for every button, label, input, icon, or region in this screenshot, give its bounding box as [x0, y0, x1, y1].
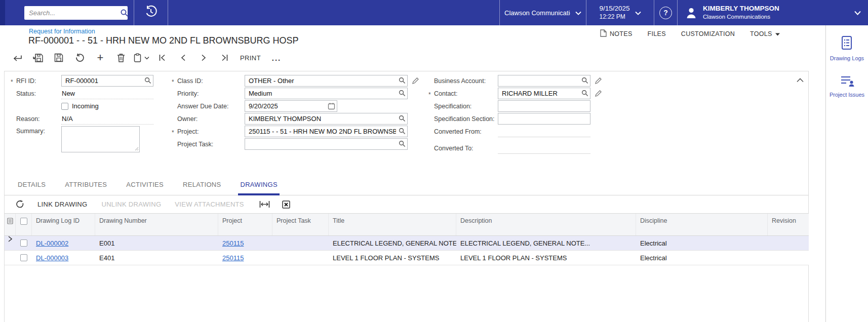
column-header-description[interactable]: Description: [456, 214, 636, 235]
delete-button[interactable]: [113, 50, 129, 66]
owner-field[interactable]: [245, 113, 408, 125]
cell-project-task[interactable]: [272, 236, 329, 251]
fit-to-screen-icon[interactable]: [259, 200, 270, 208]
add-new-button[interactable]: +: [92, 50, 108, 66]
column-header-project[interactable]: Project: [218, 214, 272, 235]
cell-drawing-number[interactable]: E001: [95, 236, 218, 251]
first-record-button[interactable]: [154, 50, 170, 66]
specification-section-label: Specification Section:: [428, 115, 498, 123]
cell-revision[interactable]: [768, 251, 809, 265]
collapse-form-button[interactable]: [797, 75, 804, 85]
global-search[interactable]: [24, 6, 128, 20]
clock-icon: [144, 5, 157, 20]
user-menu[interactable]: KIMBERLY THOMPSON Clawson Communications: [678, 0, 868, 25]
lookup-icon[interactable]: [399, 90, 406, 97]
cell-discipline[interactable]: Electrical: [636, 236, 768, 251]
project-task-field[interactable]: [245, 138, 408, 150]
cell-title[interactable]: LEVEL 1 FLOOR PLAN - SYSTEMS: [329, 251, 456, 265]
table-row[interactable]: DL-000003 E401 250115 LEVEL 1 FLOOR PLAN…: [5, 251, 809, 265]
recent-items-button[interactable]: [134, 0, 168, 25]
save-close-button[interactable]: [30, 50, 46, 66]
class-id-field[interactable]: [245, 75, 408, 87]
last-record-button[interactable]: [216, 50, 232, 66]
business-date-selector[interactable]: 9/15/2025 12:22 PM: [586, 0, 654, 25]
rfi-id-field[interactable]: [61, 75, 153, 87]
column-header-revision[interactable]: Revision: [768, 214, 809, 235]
chevron-down-icon[interactable]: [144, 56, 149, 60]
incoming-checkbox[interactable]: [61, 103, 68, 110]
class-id-label: *Class ID:: [172, 77, 245, 85]
back-button[interactable]: [9, 50, 25, 66]
files-button[interactable]: FILES: [648, 30, 666, 37]
more-actions-button[interactable]: ...: [268, 50, 285, 66]
cell-description[interactable]: LEVEL 1 FLOOR PLAN - SYSTEMS: [456, 251, 636, 265]
lookup-icon[interactable]: [581, 77, 588, 84]
previous-record-button[interactable]: [175, 50, 191, 66]
clipboard-button[interactable]: [134, 53, 149, 62]
column-header-discipline[interactable]: Discipline: [636, 214, 768, 235]
project-field[interactable]: [245, 126, 408, 137]
tools-button[interactable]: TOOLS: [750, 30, 780, 37]
cell-project-task[interactable]: [272, 251, 329, 265]
edit-pencil-icon[interactable]: [595, 90, 602, 97]
help-button[interactable]: ?: [654, 0, 677, 25]
answer-due-date-field[interactable]: [245, 100, 337, 112]
summary-field[interactable]: [61, 126, 140, 152]
project-link[interactable]: 250115: [222, 239, 244, 247]
cell-drawing-number[interactable]: E401: [95, 251, 218, 265]
column-header-title[interactable]: Title: [329, 214, 456, 235]
print-button[interactable]: PRINT: [237, 50, 264, 66]
tab-relations[interactable]: RELATIONS: [181, 181, 223, 195]
export-to-excel-icon[interactable]: [282, 200, 290, 209]
column-header-drawing-log-id[interactable]: Drawing Log ID: [32, 214, 95, 235]
lookup-icon[interactable]: [144, 77, 151, 84]
search-input[interactable]: [24, 7, 120, 19]
cell-title[interactable]: ELECTRICAL LEGEND, GENERAL NOTE...: [329, 236, 456, 251]
lookup-icon[interactable]: [399, 128, 406, 135]
column-header-project-task[interactable]: Project Task: [272, 214, 329, 235]
contact-field[interactable]: [498, 88, 590, 99]
lookup-icon[interactable]: [399, 77, 406, 84]
specification-section-field[interactable]: [498, 113, 590, 125]
lookup-icon[interactable]: [399, 140, 406, 147]
column-header-drawing-number[interactable]: Drawing Number: [95, 214, 218, 235]
search-icon[interactable]: [120, 9, 129, 17]
link-drawing-button[interactable]: LINK DRAWING: [37, 200, 87, 208]
select-all-checkbox[interactable]: [20, 218, 27, 225]
contact-label: *Contact:: [428, 90, 498, 97]
notes-button[interactable]: NOTES: [600, 29, 633, 38]
cell-discipline[interactable]: Electrical: [636, 251, 768, 265]
lookup-icon[interactable]: [581, 90, 588, 97]
view-attachments-button[interactable]: VIEW ATTACHMENTS: [175, 200, 244, 208]
next-record-button[interactable]: [195, 50, 212, 66]
project-link[interactable]: 250115: [222, 254, 244, 262]
specification-field[interactable]: [498, 100, 590, 112]
tab-attributes[interactable]: ATTRIBUTES: [63, 181, 109, 195]
row-checkbox[interactable]: [20, 254, 27, 261]
cell-description[interactable]: ELECTRICAL LEGEND, GENERAL NOTE...: [456, 236, 636, 251]
tab-activities[interactable]: ACTIVITIES: [124, 181, 166, 195]
drawing-log-link[interactable]: DL-000002: [36, 239, 68, 247]
side-panel-item-project-issues[interactable]: Project Issues: [830, 75, 864, 98]
breadcrumb[interactable]: Request for Information: [29, 28, 95, 35]
save-button[interactable]: [51, 50, 67, 66]
row-checkbox[interactable]: [20, 239, 27, 247]
lookup-icon[interactable]: [399, 115, 406, 122]
grid-settings-icon[interactable]: [5, 214, 16, 235]
tab-details[interactable]: DETAILS: [16, 181, 48, 195]
customization-button[interactable]: CUSTOMIZATION: [681, 30, 735, 37]
business-account-field[interactable]: [498, 75, 590, 87]
tab-drawings[interactable]: DRAWINGS: [238, 181, 279, 195]
edit-pencil-icon[interactable]: [412, 77, 419, 85]
table-row[interactable]: DL-000002 E001 250115 ELECTRICAL LEGEND,…: [5, 236, 809, 251]
unlink-drawing-button[interactable]: UNLINK DRAWING: [101, 200, 161, 208]
cell-revision[interactable]: [768, 236, 809, 251]
calendar-icon[interactable]: [328, 102, 335, 110]
drawing-log-link[interactable]: DL-000003: [36, 254, 68, 262]
company-selector[interactable]: Clawson Communications...: [500, 0, 586, 25]
priority-field[interactable]: [245, 88, 408, 99]
edit-pencil-icon[interactable]: [595, 77, 602, 85]
refresh-button[interactable]: [16, 200, 24, 209]
side-panel-item-drawing-logs[interactable]: Drawing Logs: [830, 35, 864, 62]
undo-button[interactable]: [71, 50, 88, 66]
